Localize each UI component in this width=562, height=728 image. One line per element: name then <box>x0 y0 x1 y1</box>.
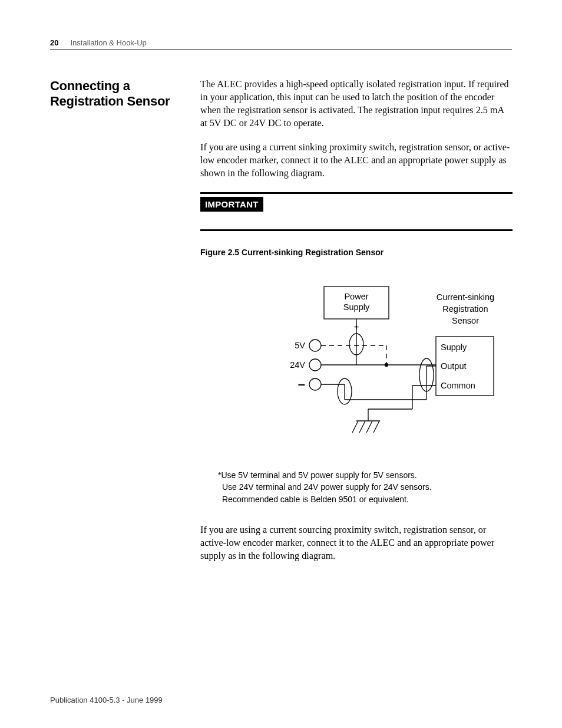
content-columns: Connecting a Registration Sensor The ALE… <box>50 78 512 574</box>
label-sensor1: Current-sinking <box>437 292 494 302</box>
svg-line-27 <box>373 421 379 433</box>
left-margin-column: Connecting a Registration Sensor <box>50 78 189 574</box>
svg-point-2 <box>309 340 321 351</box>
note-1: *Use 5V terminal and 5V power supply for… <box>218 469 513 481</box>
figure-caption: Figure 2.5 Current-sinking Registration … <box>200 248 513 257</box>
svg-point-4 <box>309 378 321 390</box>
svg-line-25 <box>359 421 365 433</box>
svg-line-26 <box>366 421 372 433</box>
svg-point-3 <box>309 359 321 371</box>
paragraph-3: If you are using a current sourcing prox… <box>200 524 513 563</box>
body-column: The ALEC provides a high-speed optically… <box>200 78 513 574</box>
page-container: 20 Installation & Hook-Up Connecting a R… <box>0 0 562 728</box>
svg-line-24 <box>352 421 358 433</box>
paragraph-2: If you are using a current sinking proxi… <box>200 141 513 180</box>
note-2: Use 24V terminal and 24V power supply fo… <box>222 481 513 493</box>
important-label: IMPORTANT <box>200 197 263 212</box>
label-supply2: Supply <box>441 342 467 352</box>
publication-footer: Publication 4100-5.3 - June 1999 <box>50 696 163 704</box>
important-callout: IMPORTANT <box>200 192 513 231</box>
label-supply: Supply <box>343 302 370 312</box>
running-header: 20 Installation & Hook-Up <box>50 38 512 50</box>
label-sensor2: Registration <box>442 304 488 314</box>
label-sensor3: Sensor <box>452 316 479 325</box>
label-output: Output <box>441 361 467 371</box>
label-24v: 24V <box>290 360 305 370</box>
label-5v: 5V <box>295 341 305 350</box>
note-3: Recommended cable is Belden 9501 or equi… <box>222 493 513 505</box>
wiring-diagram: Power Supply + Current-sinking Registrat… <box>200 281 513 452</box>
label-minus: – <box>298 377 305 391</box>
paragraph-1: The ALEC provides a high-speed optically… <box>200 78 513 130</box>
label-power: Power <box>344 292 368 301</box>
svg-point-8 <box>385 363 388 367</box>
figure-notes: *Use 5V terminal and 5V power supply for… <box>218 469 513 505</box>
page-number: 20 <box>50 38 58 47</box>
label-common: Common <box>441 381 475 390</box>
chapter-title: Installation & Hook-Up <box>70 38 146 47</box>
section-heading: Connecting a Registration Sensor <box>50 78 189 110</box>
